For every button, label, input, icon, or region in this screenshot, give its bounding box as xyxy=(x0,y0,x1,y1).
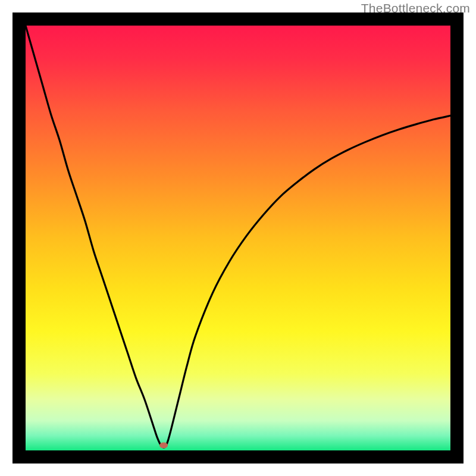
bottleneck-point-marker xyxy=(159,442,168,448)
chart-outer-frame xyxy=(12,12,464,464)
chart-plot-area xyxy=(26,26,450,450)
bottleneck-chart-svg xyxy=(26,26,450,450)
watermark-text: TheBottleneck.com xyxy=(361,1,470,15)
